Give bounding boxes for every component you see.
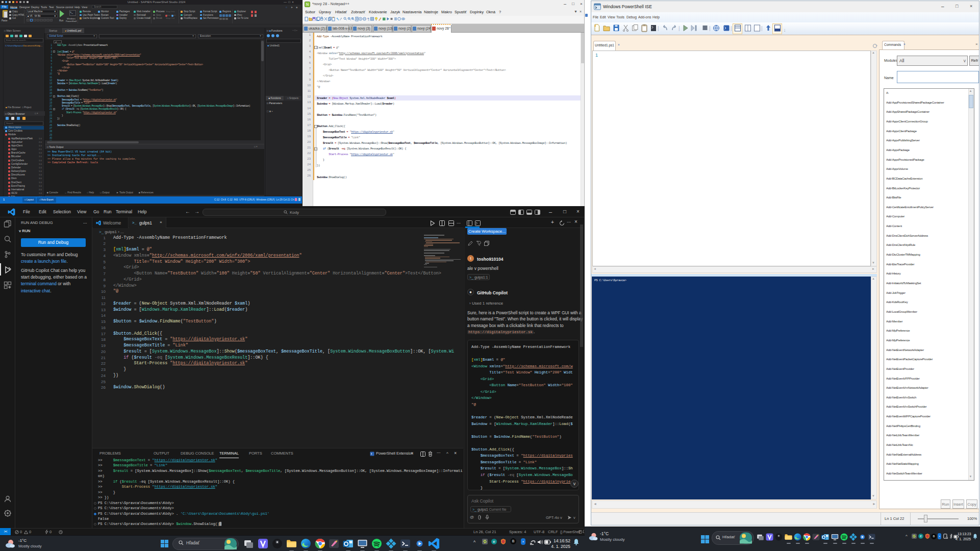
svg-text:¶: ¶ — [367, 17, 369, 21]
